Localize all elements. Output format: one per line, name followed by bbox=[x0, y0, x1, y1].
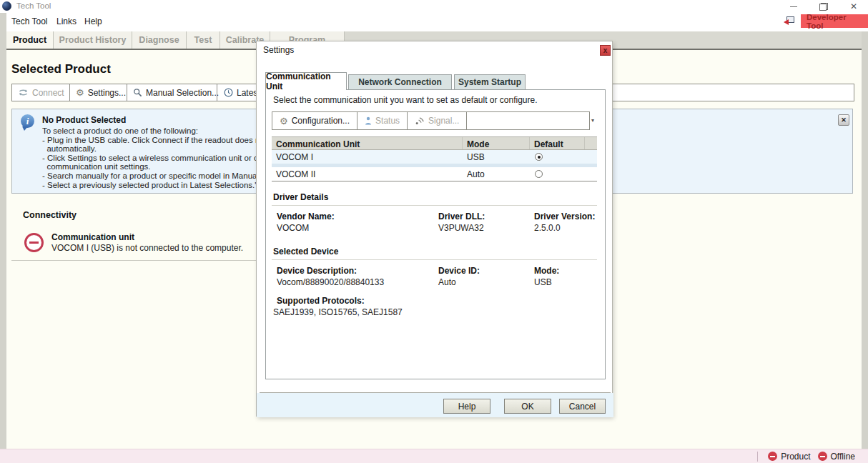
supported-protocols-label: Supported Protocols: bbox=[277, 296, 365, 306]
status-button[interactable]: Status bbox=[357, 112, 407, 129]
offline-status: Offline bbox=[818, 452, 855, 462]
device-mode-value: USB bbox=[534, 277, 552, 287]
window-title: Tech Tool bbox=[16, 1, 51, 10]
gear-icon: ⚙ bbox=[280, 116, 288, 126]
cancel-button[interactable]: Cancel bbox=[559, 399, 606, 414]
dialog-tab-communication-unit[interactable]: Communication Unit bbox=[265, 72, 347, 90]
offline-icon bbox=[818, 452, 827, 461]
communication-unit-title: Communication unit bbox=[51, 232, 134, 242]
settings-label: Settings... bbox=[88, 88, 126, 98]
close-button[interactable]: ✕ bbox=[847, 0, 861, 13]
table-row-vocom-2[interactable]: VOCOM II Auto bbox=[272, 167, 597, 181]
restore-icon bbox=[819, 3, 828, 11]
app-logo-icon bbox=[2, 1, 11, 11]
unit-mode: Auto bbox=[467, 169, 485, 179]
configuration-label: Configuration... bbox=[292, 116, 350, 126]
developer-tool-badge: Developer Tool bbox=[801, 14, 868, 28]
right-window-edge bbox=[862, 31, 868, 449]
product-status-label: Product bbox=[781, 452, 810, 462]
dialog-footer: Help OK Cancel bbox=[257, 393, 613, 417]
connect-label: Connect bbox=[32, 88, 64, 98]
dialog-close-button[interactable]: x bbox=[600, 45, 611, 56]
info-icon: i bbox=[21, 114, 34, 128]
dialog-tab-network-connection[interactable]: Network Connection bbox=[348, 74, 452, 90]
status-label: Status bbox=[375, 116, 400, 126]
driver-dll-label: Driver DLL: bbox=[438, 211, 485, 221]
driver-version-value: 2.5.0.0 bbox=[534, 223, 561, 233]
column-separator bbox=[529, 137, 530, 149]
info-box-close-button[interactable]: ✕ bbox=[838, 114, 849, 126]
unit-mode: USB bbox=[467, 152, 485, 162]
tab-product[interactable]: Product bbox=[6, 31, 54, 49]
vendor-name-value: VOCOM bbox=[277, 223, 309, 233]
info-box-body: To select a product do one of the follow… bbox=[42, 126, 273, 189]
product-disconnected-icon bbox=[768, 452, 777, 461]
toolbar-overflow-icon[interactable]: ▾ bbox=[591, 117, 594, 124]
driver-details-heading: Driver Details bbox=[273, 192, 328, 202]
column-separator bbox=[584, 137, 585, 149]
offline-status-label: Offline bbox=[831, 452, 855, 462]
communication-unit-status: VOCOM I (USB) is not connected to the co… bbox=[51, 243, 243, 253]
ok-button[interactable]: OK bbox=[504, 399, 551, 414]
dialog-tab-system-startup[interactable]: System Startup bbox=[454, 74, 526, 90]
manual-selection-label: Manual Selection... bbox=[146, 88, 219, 98]
configuration-button[interactable]: ⚙ Configuration... bbox=[272, 112, 357, 129]
product-status: Product bbox=[768, 452, 810, 462]
close-icon: ✕ bbox=[850, 2, 857, 11]
restore-button[interactable] bbox=[817, 0, 831, 13]
statusbar-divider bbox=[757, 452, 758, 462]
title-bar: Tech Tool ✕ bbox=[0, 0, 868, 13]
column-mode: Mode bbox=[467, 139, 489, 149]
disconnected-icon bbox=[24, 233, 44, 252]
info-box-title: No Product Selected bbox=[42, 115, 126, 125]
device-id-value: Auto bbox=[438, 277, 456, 287]
divider bbox=[11, 260, 262, 261]
table-header: Communication Unit Mode Default bbox=[272, 136, 597, 150]
dialog-title: Settings bbox=[263, 45, 294, 55]
device-mode-label: Mode: bbox=[534, 266, 559, 276]
manual-selection-button[interactable]: Manual Selection... bbox=[133, 84, 219, 101]
driver-version-label: Driver Version: bbox=[534, 211, 595, 221]
menu-tech-tool[interactable]: Tech Tool bbox=[11, 16, 47, 26]
menu-help[interactable]: Help bbox=[84, 16, 102, 26]
tab-diagnose[interactable]: Diagnose bbox=[132, 31, 187, 49]
column-separator bbox=[462, 137, 463, 149]
minimize-button[interactable] bbox=[786, 0, 801, 13]
unit-name: VOCOM II bbox=[276, 169, 315, 179]
vendor-name-label: Vendor Name: bbox=[277, 211, 335, 221]
settings-button[interactable]: ⚙ Settings... bbox=[76, 84, 126, 101]
info-line: communication unit settings. bbox=[42, 162, 273, 171]
menu-links[interactable]: Links bbox=[56, 16, 77, 26]
app-window: Tech Tool ✕ Tech Tool Links Help Develop… bbox=[0, 0, 868, 463]
tab-test[interactable]: Test bbox=[187, 31, 220, 49]
toolbar-separator bbox=[127, 84, 127, 101]
settings-dialog: Settings x Communication Unit Network Co… bbox=[256, 41, 613, 417]
toolbar-separator bbox=[466, 112, 467, 129]
menu-bar: Tech Tool Links Help Developer Tool bbox=[0, 13, 868, 31]
connect-icon bbox=[18, 89, 29, 96]
info-line: - Select a previously selected product i… bbox=[42, 181, 273, 190]
signal-icon bbox=[415, 116, 425, 125]
developer-tool-icon bbox=[784, 16, 794, 25]
toolbar-separator bbox=[69, 84, 70, 101]
supported-protocols-value: SAEJ1939, ISO15765, SAEJ1587 bbox=[273, 307, 403, 317]
communication-unit-table: Communication Unit Mode Default VOCOM I … bbox=[272, 136, 597, 181]
connect-button[interactable]: Connect bbox=[18, 84, 64, 101]
signal-button[interactable]: Signal... bbox=[408, 112, 466, 129]
divider bbox=[272, 205, 597, 206]
gear-icon: ⚙ bbox=[76, 88, 84, 97]
default-radio-vocom-2[interactable] bbox=[535, 170, 543, 178]
table-row-vocom-1[interactable]: VOCOM I USB bbox=[272, 150, 597, 164]
tab-product-history[interactable]: Product History bbox=[54, 31, 132, 49]
device-description-label: Device Description: bbox=[277, 266, 357, 276]
help-button[interactable]: Help bbox=[443, 399, 490, 414]
page-title: Selected Product bbox=[11, 62, 111, 76]
dialog-description: Select the communication unit you want t… bbox=[273, 95, 538, 105]
latest-selections-button[interactable]: Latest bbox=[224, 84, 260, 101]
unit-name: VOCOM I bbox=[276, 152, 313, 162]
driver-dll-value: V3PUWA32 bbox=[438, 223, 484, 233]
default-radio-vocom-1[interactable] bbox=[535, 153, 543, 161]
status-bar: Product Offline bbox=[0, 449, 868, 463]
device-id-label: Device ID: bbox=[438, 266, 480, 276]
toolbar-separator bbox=[217, 84, 217, 101]
